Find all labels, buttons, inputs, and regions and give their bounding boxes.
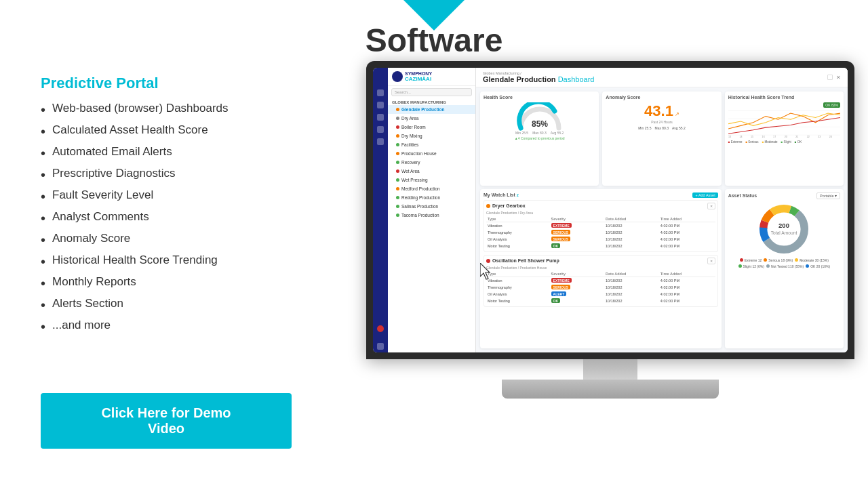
sidebar-item-label-11: Salinas Production: [401, 204, 438, 209]
anomaly-score-card: Anomaly Score 43.1 ↗ Past 24 Hours Min 2…: [602, 92, 721, 186]
anomaly-value: 43.1: [644, 102, 673, 120]
sidebar-item-2[interactable]: Boiler Room: [388, 123, 475, 131]
table-row: ThermographySERIOUS10/18/2024:02:00 PM: [486, 229, 715, 236]
health-min: Min 25.5: [515, 131, 528, 135]
health-gauge: 85% Min 25.5 Max 80.3 Avg 55.2 ▲4 Compar…: [484, 102, 595, 140]
sidebar-item-8[interactable]: Wet Pressing: [388, 176, 475, 184]
svg-text:22: 22: [806, 136, 809, 138]
asset-2-table: Type Severity Date Added Time Added Vibr…: [486, 271, 715, 304]
watchlist-item-2-header: Oscillation Felt Shower Pump ✕: [486, 258, 715, 264]
sidebar-item-6[interactable]: Recovery: [388, 158, 475, 167]
anomaly-max: Max 80.3: [654, 126, 669, 130]
sidebar-item-label-0: Glendale Production: [401, 107, 445, 112]
legend-item: Slight 12 (6%): [738, 264, 764, 268]
sidebar-item-dot-1: [396, 117, 399, 120]
portal-title: Predictive Portal: [41, 75, 353, 92]
watchlist-header: My Watch List 2 + Add Asset: [484, 192, 718, 198]
legend-label: Not Tested 110 (55%): [771, 264, 804, 268]
sidebar-item-4[interactable]: Facilities: [388, 140, 475, 149]
sidebar-item-label-6: Recovery: [401, 160, 420, 165]
feature-item: Historical Health Score Trending: [41, 253, 353, 270]
svg-text:20: 20: [784, 136, 787, 138]
sidebar-item-3[interactable]: Dry Mixing: [388, 131, 475, 140]
sidebar-item-dot-8: [396, 178, 399, 182]
neck-bar: [583, 359, 637, 380]
monitor-screen: SYMPHONY CAZIMĀAI Search... Globex Manuf…: [373, 68, 848, 352]
sidebar-item-dot-12: [396, 214, 399, 217]
asset-2-name: Oscillation Felt Shower Pump: [492, 258, 559, 263]
topbar-actions: ✕: [827, 75, 841, 81]
ok-badge: OK 82%: [823, 102, 840, 108]
sidebar-item-12[interactable]: Tacoma Production: [388, 211, 475, 220]
sidebar-item-label-2: Boiler Room: [401, 125, 426, 129]
asset-2-status-dot: [486, 259, 490, 263]
logo-area: SYMPHONY CAZIMĀAI: [388, 68, 475, 86]
sidebar-icon-5: [377, 138, 384, 145]
svg-text:24: 24: [829, 136, 831, 138]
table-row: Motor TestingOK10/18/2024:02:00 PM: [486, 298, 715, 304]
sidebar-item-label-7: Wet Area: [401, 169, 420, 174]
close-icon[interactable]: ✕: [836, 75, 841, 81]
asset-1-close-button[interactable]: ✕: [707, 203, 715, 209]
health-comparison: ▲4 Compared to previous period: [515, 136, 565, 140]
table-row: Motor TestingOK10/18/2024:02:00 PM: [486, 243, 715, 249]
feature-item: Web-based (browser) Dashboards: [41, 102, 353, 118]
sidebar-item-dot-2: [396, 125, 399, 129]
table-row: VibrationEXTREME10/18/2024:02:00 PM: [486, 277, 715, 284]
health-max: Max 80.3: [532, 131, 547, 135]
feature-item: Anomaly Score: [41, 232, 353, 248]
asset-filter-dropdown[interactable]: Portable ▾: [816, 192, 840, 199]
legend-item: Serious 18 (9%): [764, 258, 793, 262]
asset-2-location: Glendale Production / Production House: [486, 266, 715, 270]
legend-item: Extreme 12: [740, 258, 762, 262]
svg-text:17: 17: [773, 136, 776, 138]
health-avg: Avg 55.2: [551, 131, 564, 135]
sidebar-search[interactable]: Search...: [391, 88, 472, 96]
sidebar-item-1[interactable]: Dry Area: [388, 114, 475, 123]
asset-1-location: Glendale Production / Dry Area: [486, 211, 715, 215]
monitor: SYMPHONY CAZIMĀAI Search... Globex Manuf…: [366, 61, 854, 399]
svg-text:14: 14: [739, 136, 742, 138]
anomaly-trend-icon: ↗: [675, 111, 679, 117]
trend-svg: 13 14 15 16 17 20 21 22 23 24: [728, 102, 840, 140]
sidebar-icon-1: [377, 89, 384, 96]
sidebar-icon-4: [377, 126, 384, 133]
donut-legend: Extreme 12Serious 18 (9%)Moderate 30 (15…: [728, 258, 840, 268]
sidebar-item-label-10: Redding Production: [401, 195, 440, 200]
cards-grid: Health Score 85%: [476, 87, 848, 352]
feature-item: Alerts Section: [41, 297, 353, 313]
sidebar-item-11[interactable]: Salinas Production: [388, 202, 475, 211]
table-row: VibrationEXTREME10/18/2024:02:00 PM: [486, 222, 715, 229]
sidebar-item-label-9: Medford Production: [401, 186, 440, 191]
sidebar-item-dot-7: [396, 169, 399, 173]
sidebar-item-dot-3: [396, 134, 399, 138]
sidebar-item-dot-4: [396, 143, 399, 146]
watchlist-item-1: Dryer Gearbox ✕ Glendale Production / Dr…: [484, 200, 718, 252]
sidebar-item-10[interactable]: Redding Production: [388, 193, 475, 202]
sidebar-item-label-5: Production House: [401, 151, 437, 156]
tree-sidebar: SYMPHONY CAZIMĀAI Search... Globex Manuf…: [388, 68, 476, 352]
feature-item: Analyst Comments: [41, 210, 353, 226]
maximize-icon[interactable]: [827, 75, 833, 80]
sidebar-item-dot-0: [396, 108, 399, 111]
monitor-neck: [366, 359, 854, 380]
add-asset-button[interactable]: + Add Asset: [692, 192, 717, 198]
sidebar-item-9[interactable]: Medford Production: [388, 184, 475, 193]
asset-2-close-button[interactable]: ✕: [707, 258, 715, 264]
sidebar-item-label-4: Facilities: [401, 142, 418, 147]
sidebar-section-title: Globex Manufacturing: [388, 98, 475, 105]
health-stats: Min 25.5 Max 80.3 Avg 55.2: [515, 131, 564, 135]
feature-item: Automated Email Alerts: [41, 145, 353, 161]
demo-video-button[interactable]: Click Here for Demo Video: [41, 393, 292, 449]
dash-topbar: Globex Manufacturing / Glendale Producti…: [476, 68, 848, 87]
asset-status-header: Asset Status Portable ▾: [728, 192, 840, 199]
sidebar-item-7[interactable]: Wet Area: [388, 167, 475, 176]
legend-label: OK 20 (10%): [810, 264, 830, 268]
legend-item: Moderate 30 (15%): [795, 258, 829, 262]
alert-indicator: [377, 325, 384, 332]
sidebar-item-0[interactable]: Glendale Production: [388, 105, 475, 114]
svg-text:23: 23: [818, 136, 821, 138]
sidebar-item-5[interactable]: Production House: [388, 149, 475, 158]
feature-item: Calculated Asset Health Score: [41, 123, 353, 140]
sidebar-item-label-3: Dry Mixing: [401, 134, 422, 138]
